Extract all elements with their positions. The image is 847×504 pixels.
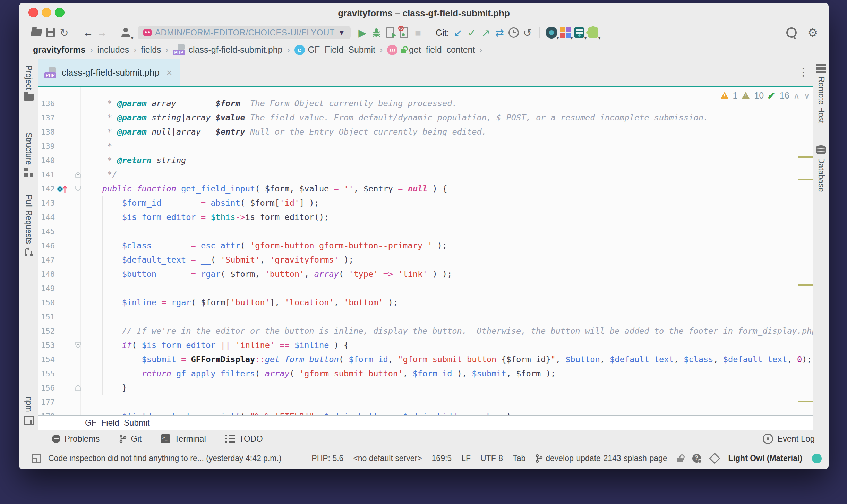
tool-window-button-git[interactable]: Git — [119, 434, 142, 444]
tool-window-button-problems[interactable]: Problems — [52, 434, 100, 444]
back-button[interactable]: ← — [81, 26, 95, 40]
line-number[interactable]: 143 — [38, 196, 55, 210]
line-number[interactable]: 137 — [38, 111, 55, 125]
line-number[interactable]: 178 — [38, 409, 55, 415]
stop-button[interactable]: ■ — [411, 26, 425, 40]
sidebar-item-database[interactable]: Database — [816, 145, 826, 192]
sidebar-item-npm[interactable]: npm — [24, 396, 34, 425]
line-number[interactable]: 155 — [38, 367, 55, 381]
tool-window-button-todo[interactable]: TODO — [225, 434, 263, 444]
fold-marker-icon[interactable] — [75, 185, 81, 192]
sidebar-item-pull-requests[interactable]: Pull Requests — [24, 195, 33, 256]
line-number[interactable]: 150 — [38, 296, 55, 310]
tool-window-button-event-log[interactable]: Event Log — [763, 434, 815, 444]
user-menu-button[interactable]: ▾ — [119, 26, 133, 40]
line-number[interactable]: 139 — [38, 139, 55, 153]
line-number[interactable]: 153 — [38, 338, 55, 352]
line-number[interactable]: 148 — [38, 267, 55, 281]
forward-button[interactable]: → — [95, 26, 109, 40]
sync-button[interactable]: ↻ — [57, 26, 71, 40]
status-item[interactable]: 169:5 — [432, 454, 452, 463]
tool-window-button-terminal[interactable]: Terminal — [161, 434, 206, 444]
tab-options-kebab-icon[interactable]: ⋮ — [798, 66, 808, 78]
git-update-button[interactable]: ↙ — [451, 26, 465, 40]
line-number[interactable]: 141 — [38, 168, 55, 182]
code-line[interactable]: 138 * @param null|array $entry Null or t… — [38, 125, 813, 139]
code-line[interactable]: 155 return gf_apply_filters( array( 'gfo… — [38, 367, 813, 381]
code-line[interactable]: 140 * @return string — [38, 153, 813, 168]
unlock-icon[interactable] — [677, 458, 683, 462]
code-line[interactable]: 139 * — [38, 139, 813, 153]
database-tools-button[interactable]: ▾ — [572, 26, 586, 40]
code-line[interactable]: 142 public function get_field_input( $fo… — [38, 182, 813, 196]
code-line[interactable]: 148 $button = rgar( $form, 'button', arr… — [38, 267, 813, 281]
line-number[interactable]: 152 — [38, 324, 55, 338]
line-number[interactable]: 147 — [38, 253, 55, 267]
line-number[interactable]: 142 — [38, 182, 55, 196]
close-icon[interactable]: × — [166, 67, 172, 78]
code-line[interactable]: 137 * @param string|array $value The fie… — [38, 111, 813, 125]
status-item[interactable]: Tab — [513, 454, 525, 463]
save-all-button[interactable] — [43, 26, 57, 40]
next-problem-button[interactable]: ∨ — [804, 91, 810, 101]
previous-problem-button[interactable]: ∧ — [794, 91, 800, 101]
plugins-button[interactable]: ▾ — [586, 26, 600, 40]
code-line[interactable]: 177 — [38, 395, 813, 409]
git-push-button[interactable]: ↗ — [479, 26, 493, 40]
code-editor[interactable]: 136 * @param array $form The Form Object… — [38, 87, 813, 415]
tab-class-gf-field-submit[interactable]: PHP class-gf-field-submit.php × — [38, 59, 180, 86]
status-item[interactable]: LF — [461, 454, 471, 463]
theme-name[interactable]: Light Owl (Material) — [728, 454, 802, 463]
code-line[interactable]: 143 $form_id = absint( $form['id'] ); — [38, 196, 813, 210]
git-fetch-button[interactable]: ⇄ — [493, 26, 507, 40]
run-configuration-select[interactable]: ADMIN/FORM-EDITOR/CHOICES-UI/FLYOUT ▼ — [138, 26, 351, 39]
run-with-coverage-button[interactable] — [383, 26, 397, 40]
debug-button[interactable] — [369, 26, 383, 40]
code-line[interactable]: 156 } — [38, 381, 813, 395]
code-line[interactable]: 151 — [38, 310, 813, 324]
help-gear-icon[interactable] — [692, 454, 701, 463]
line-number[interactable]: 154 — [38, 352, 55, 367]
git-branch-widget[interactable]: develop-update-2143-splash-page — [535, 454, 667, 463]
inspections-widget[interactable]: 1 10 ✔ 16 ∧ ∨ — [720, 90, 810, 101]
line-number[interactable]: 149 — [38, 281, 55, 296]
remote-debug-button[interactable] — [397, 26, 411, 40]
status-indicator-dot[interactable] — [812, 454, 822, 463]
run-button[interactable]: ▶ — [356, 26, 369, 40]
code-line[interactable]: 147 $default_text = __( 'Submit', 'gravi… — [38, 253, 813, 267]
rollback-button[interactable]: ↺ — [521, 26, 534, 40]
breadcrumb-item-gravityforms[interactable]: gravityforms — [33, 45, 85, 55]
breadcrumb-item-includes[interactable]: includes — [97, 45, 129, 55]
inspections-status-icon[interactable] — [32, 454, 41, 463]
code-line[interactable]: 136 * @param array $form The Form Object… — [38, 96, 813, 111]
search-everywhere-button[interactable]: ▾ — [545, 26, 558, 40]
code-line[interactable]: 153 if( $is_form_editor || 'inline' == $… — [38, 338, 813, 352]
line-number[interactable]: 138 — [38, 125, 55, 139]
code-line[interactable]: 152 // If we're in the editor or the but… — [38, 324, 813, 338]
code-line[interactable]: 141 */ — [38, 168, 813, 182]
overrides-method-icon[interactable] — [57, 185, 67, 194]
sidebar-item-remote-host[interactable]: Remote Host — [816, 64, 826, 123]
breadcrumb-item-class-gf-field-submit.php[interactable]: PHPclass-gf-field-submit.php — [173, 44, 283, 56]
git-commit-button[interactable]: ✓ — [465, 26, 479, 40]
history-button[interactable] — [507, 26, 521, 40]
line-number[interactable]: 146 — [38, 239, 55, 253]
status-item[interactable]: PHP: 5.6 — [311, 454, 343, 463]
fold-marker-icon[interactable] — [75, 171, 81, 178]
ui-components-button[interactable]: ▾ — [558, 26, 572, 40]
line-number[interactable]: 177 — [38, 395, 55, 409]
warning-stripe-mark[interactable] — [798, 179, 813, 180]
warning-stripe-mark[interactable] — [798, 284, 813, 286]
warning-stripe-mark[interactable] — [798, 156, 813, 158]
code-line[interactable]: 144 $is_form_editor = $this->is_form_edi… — [38, 210, 813, 224]
code-line[interactable]: 149 — [38, 281, 813, 296]
line-number[interactable]: 156 — [38, 381, 55, 395]
line-number[interactable]: 144 — [38, 210, 55, 224]
breadcrumb-item-fields[interactable]: fields — [141, 45, 161, 55]
code-line[interactable]: 146 $class = esc_attr( 'gform-button gfo… — [38, 239, 813, 253]
search-icon[interactable] — [786, 27, 797, 38]
breadcrumb-item-get_field_content[interactable]: mget_field_content — [387, 45, 475, 55]
open-button[interactable] — [29, 26, 43, 40]
code-line[interactable]: 178 $field_content = sprintf( "%s%s[FIEL… — [38, 409, 813, 415]
line-number[interactable]: 151 — [38, 310, 55, 324]
